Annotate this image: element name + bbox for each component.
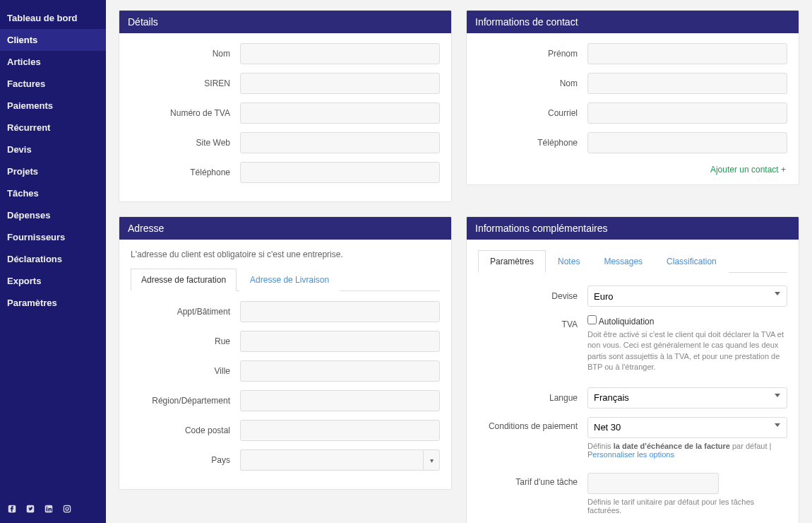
- country-dropdown-toggle[interactable]: ▾: [423, 449, 440, 471]
- label-pays: Pays: [131, 455, 240, 465]
- checkbox-autoliq[interactable]: [587, 315, 597, 324]
- tarif-help: Définis le tarif unitaire par défaut pou…: [587, 498, 787, 515]
- add-contact-link[interactable]: Ajouter un contact +: [478, 162, 787, 175]
- sidebar-item-invoices[interactable]: Factures: [0, 73, 106, 95]
- sidebar-item-declarations[interactable]: Déclarations: [0, 248, 106, 270]
- select-langue[interactable]: [587, 387, 787, 409]
- tab-parametres[interactable]: Paramètres: [478, 250, 546, 273]
- label-postal: Code postal: [131, 425, 240, 435]
- label-contact-tel: Téléphone: [478, 138, 587, 148]
- chevron-down-icon: [775, 292, 780, 295]
- label-tel: Téléphone: [131, 168, 240, 177]
- tab-shipping-address[interactable]: Adresse de Livraison: [239, 269, 340, 291]
- tab-notes[interactable]: Notes: [546, 250, 592, 273]
- label-rue: Rue: [131, 336, 240, 346]
- input-rue[interactable]: [240, 331, 440, 352]
- tab-messages[interactable]: Messages: [592, 250, 655, 273]
- main-content: Détails Nom SIREN Numéro de TVA: [106, 0, 812, 523]
- twitter-icon[interactable]: [25, 504, 35, 516]
- autoliq-help: Doit être activé si c'est le client qui …: [587, 329, 787, 373]
- facebook-icon[interactable]: [7, 504, 17, 516]
- tab-classification[interactable]: Classification: [655, 250, 729, 273]
- input-contact-tel[interactable]: [587, 132, 787, 153]
- address-note: L'adresse du client est obligatoire si c…: [131, 249, 440, 259]
- input-courriel[interactable]: [587, 102, 787, 124]
- customize-options-link[interactable]: Personnaliser les options: [587, 450, 674, 459]
- label-tarif: Tarif d'une tâche: [478, 473, 587, 487]
- input-contact-nom[interactable]: [587, 73, 787, 94]
- select-devise[interactable]: [587, 286, 787, 307]
- svg-point-7: [68, 507, 69, 507]
- input-tarif[interactable]: [587, 473, 719, 494]
- sidebar-item-suppliers[interactable]: Fournisseurs: [0, 226, 106, 248]
- label-conditions: Conditions de paiement: [478, 417, 587, 431]
- label-region: Région/Département: [131, 396, 240, 406]
- input-site[interactable]: [240, 132, 440, 153]
- caret-down-icon: ▾: [430, 457, 434, 464]
- svg-point-4: [47, 507, 48, 508]
- label-tva: TVA: [478, 315, 587, 329]
- sidebar-item-recurring[interactable]: Récurrent: [0, 117, 106, 139]
- sidebar-item-clients[interactable]: Clients: [0, 29, 106, 51]
- input-nom[interactable]: [240, 43, 440, 64]
- label-contact-nom: Nom: [478, 78, 587, 88]
- extra-header: Informations complémentaires: [467, 217, 799, 240]
- label-appt: Appt/Bâtiment: [131, 307, 240, 317]
- label-nom: Nom: [131, 49, 240, 59]
- input-siren[interactable]: [240, 73, 440, 94]
- label-ville: Ville: [131, 366, 240, 376]
- input-region[interactable]: [240, 390, 440, 411]
- contact-panel: Informations de contact Prénom Nom Courr…: [466, 10, 799, 185]
- label-courriel: Courriel: [478, 108, 587, 118]
- instagram-icon[interactable]: [62, 504, 72, 516]
- chevron-down-icon: [775, 423, 780, 427]
- sidebar-item-expenses[interactable]: Dépenses: [0, 204, 106, 226]
- linkedin-icon[interactable]: [44, 504, 54, 516]
- details-header: Détails: [119, 11, 451, 33]
- svg-rect-3: [47, 508, 48, 512]
- extra-tabs: Paramètres Notes Messages Classification: [478, 249, 787, 273]
- sidebar-item-dashboard[interactable]: Tableau de bord: [0, 7, 106, 29]
- autoliq-row[interactable]: Autoliquidation: [587, 317, 654, 327]
- sidebar-item-tasks[interactable]: Tâches: [0, 182, 106, 204]
- label-site: Site Web: [131, 138, 240, 148]
- address-tabs: Adresse de facturation Adresse de Livrai…: [131, 268, 440, 291]
- label-devise: Devise: [478, 291, 587, 301]
- select-conditions[interactable]: [587, 417, 787, 438]
- sidebar-item-exports[interactable]: Exports: [0, 270, 106, 292]
- svg-point-6: [66, 507, 68, 510]
- input-appt[interactable]: [240, 301, 440, 322]
- autoliq-label: Autoliquidation: [599, 317, 655, 327]
- input-tva-num[interactable]: [240, 102, 440, 124]
- extra-panel: Informations complémentaires Paramètres …: [466, 216, 799, 523]
- address-header: Adresse: [119, 217, 451, 240]
- label-langue: Langue: [478, 393, 587, 403]
- input-prenom[interactable]: [587, 43, 787, 64]
- sidebar: Tableau de bord Clients Articles Facture…: [0, 0, 106, 523]
- label-siren: SIREN: [131, 78, 240, 88]
- sidebar-item-quotes[interactable]: Devis: [0, 139, 106, 160]
- tab-billing-address[interactable]: Adresse de facturation: [131, 269, 237, 291]
- details-panel: Détails Nom SIREN Numéro de TVA: [119, 10, 452, 202]
- sidebar-item-settings[interactable]: Paramètres: [0, 292, 106, 314]
- sidebar-item-articles[interactable]: Articles: [0, 51, 106, 73]
- input-tel[interactable]: [240, 162, 440, 183]
- chevron-down-icon: [775, 394, 780, 397]
- input-ville[interactable]: [240, 360, 440, 382]
- input-pays[interactable]: [240, 449, 423, 471]
- sidebar-social: [0, 497, 106, 523]
- contact-header: Informations de contact: [467, 11, 799, 33]
- address-panel: Adresse L'adresse du client est obligato…: [119, 216, 452, 490]
- sidebar-item-payments[interactable]: Paiements: [0, 95, 106, 117]
- label-prenom: Prénom: [478, 49, 587, 59]
- conditions-help: Définis la date d'échéance de la facture…: [587, 442, 787, 459]
- label-tva-num: Numéro de TVA: [131, 108, 240, 118]
- input-postal[interactable]: [240, 420, 440, 441]
- sidebar-item-projects[interactable]: Projets: [0, 160, 106, 182]
